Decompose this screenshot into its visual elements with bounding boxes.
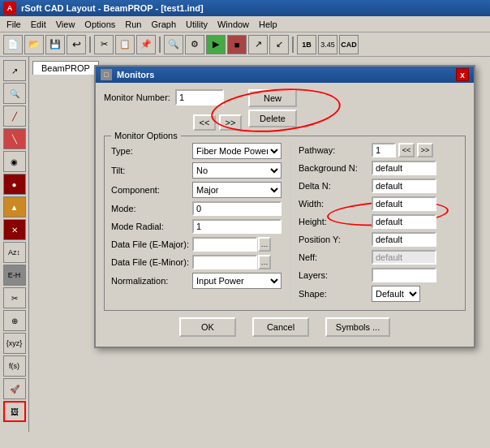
options-grid: Type: Fiber Mode Power Tilt: No <box>111 143 458 305</box>
tab-beamprop[interactable]: BeamPROP <box>32 61 99 75</box>
data-file-emajor-input[interactable] <box>192 237 257 252</box>
run-btn[interactable]: ▶ <box>206 35 226 54</box>
paste-btn[interactable]: 📌 <box>136 35 156 54</box>
height-input[interactable] <box>372 214 436 229</box>
type-select[interactable]: Fiber Mode Power <box>192 143 282 159</box>
copy-btn[interactable]: 📋 <box>115 35 135 54</box>
width-input[interactable] <box>372 196 436 211</box>
left-tool-2[interactable]: 🔍 <box>3 83 26 104</box>
position-y-label: Position Y: <box>299 235 372 244</box>
menu-run[interactable]: Run <box>120 19 146 30</box>
menu-help[interactable]: Help <box>254 19 282 30</box>
data-file-eminor-browse[interactable]: … <box>258 255 271 269</box>
next-monitor-btn[interactable]: >> <box>219 114 242 131</box>
shape-row: Shape: Default <box>299 286 458 302</box>
neff-input[interactable] <box>372 250 436 265</box>
background-n-input[interactable] <box>372 161 436 175</box>
new-btn[interactable]: 📄 <box>3 35 23 54</box>
mode-radial-input[interactable] <box>192 219 282 234</box>
delete-monitor-btn[interactable]: Delete <box>248 110 297 127</box>
normalization-select[interactable]: Input Power <box>192 273 282 289</box>
menu-utility[interactable]: Utility <box>181 19 213 30</box>
menu-window[interactable]: Window <box>213 19 254 30</box>
app-logo: A <box>3 2 16 15</box>
neff-row: Neff: <box>299 250 458 265</box>
monitor-options-group: Monitor Options Type: Fiber Mode Power <box>104 136 466 311</box>
shape-select[interactable]: Default <box>372 286 420 302</box>
data-file-emajor-browse[interactable]: … <box>258 237 271 252</box>
prev-monitor-btn[interactable]: << <box>193 114 216 131</box>
position-y-input[interactable] <box>372 232 436 247</box>
normalization-row: Normalization: Input Power <box>111 273 282 289</box>
toolbar-sep-3 <box>292 37 294 53</box>
type-row: Type: Fiber Mode Power <box>111 143 282 159</box>
data-file-eminor-input[interactable] <box>192 255 257 269</box>
left-tool-4[interactable]: ╲ <box>3 128 26 149</box>
menu-graph[interactable]: Graph <box>146 19 181 30</box>
pathway-next-btn[interactable]: >> <box>417 143 433 157</box>
stop-btn[interactable]: ■ <box>227 35 247 54</box>
left-tool-12[interactable]: ⊕ <box>3 310 26 331</box>
left-tool-5[interactable]: ◉ <box>3 151 26 172</box>
undo-btn[interactable]: ↩ <box>67 35 86 54</box>
settings-btn[interactable]: ⚙ <box>185 35 204 54</box>
cut-btn[interactable]: ✂ <box>94 35 114 54</box>
toolbar-sep-1 <box>89 37 91 53</box>
left-tool-14[interactable]: f(s) <box>3 355 26 377</box>
monitor-number-row: Monitor Number: <box>104 89 242 106</box>
extra-btn[interactable]: 3.45 <box>318 35 337 54</box>
pathway-label: Pathway: <box>299 145 372 155</box>
menu-options[interactable]: Options <box>80 19 120 30</box>
layers-input[interactable] <box>372 268 436 282</box>
cad-btn[interactable]: CAD <box>339 35 359 54</box>
position-y-row: Position Y: <box>299 232 458 247</box>
dialog-titlebar: □ Monitors x <box>96 67 474 83</box>
menu-bar: File Edit View Options Run Graph Utility… <box>0 16 490 32</box>
left-tool-9[interactable]: Az↕ <box>3 242 26 263</box>
pathway-controls: << >> <box>372 143 433 157</box>
cancel-btn[interactable]: Cancel <box>252 317 309 337</box>
left-tool-11[interactable]: ✂ <box>3 287 26 308</box>
mode-radial-row: Mode Radial: <box>111 219 282 234</box>
left-tool-3[interactable]: ╱ <box>3 106 26 127</box>
counter-btn[interactable]: 1B <box>297 35 316 54</box>
pathway-row: Pathway: << >> <box>299 143 458 157</box>
menu-edit[interactable]: Edit <box>26 19 51 30</box>
height-label: Height: <box>299 217 372 226</box>
zoom-btn[interactable]: 🔍 <box>164 35 183 54</box>
mode-label: Mode: <box>111 204 192 213</box>
component-select[interactable]: Major <box>192 182 282 198</box>
layers-row: Layers: <box>299 268 458 282</box>
left-tool-7[interactable]: ▲ <box>3 196 26 218</box>
pathway-input[interactable] <box>372 143 396 157</box>
save-btn[interactable]: 💾 <box>45 35 65 54</box>
left-tool-16[interactable]: 🖼 <box>3 401 26 422</box>
width-label: Width: <box>299 199 372 209</box>
open-btn[interactable]: 📂 <box>24 35 44 54</box>
left-tool-15[interactable]: 🚀 <box>3 378 26 399</box>
dialog-close-button[interactable]: x <box>456 68 469 81</box>
monitors-dialog: □ Monitors x Monitor Number: << <box>94 65 475 348</box>
delta-n-input[interactable] <box>372 179 436 193</box>
ok-btn[interactable]: OK <box>179 317 236 337</box>
width-row: Width: <box>299 196 458 211</box>
left-tool-8[interactable]: ✕ <box>3 219 26 240</box>
left-tool-6[interactable]: ● <box>3 174 26 195</box>
left-tool-13[interactable]: {xyz} <box>3 333 26 354</box>
pathway-prev-btn[interactable]: << <box>398 143 415 157</box>
symbols-btn[interactable]: Symbols ... <box>325 317 390 337</box>
tilt-select[interactable]: No <box>192 162 282 179</box>
left-tool-10[interactable]: E-H <box>3 265 26 286</box>
left-tool-1[interactable]: ↗ <box>3 60 26 81</box>
monitor-number-input[interactable] <box>175 89 224 106</box>
mode-input[interactable] <box>192 201 282 216</box>
data-file-emajor-group: … <box>192 237 271 252</box>
dialog-icon: □ <box>101 69 112 80</box>
toolbar-sep-2 <box>159 37 161 53</box>
menu-file[interactable]: File <box>2 19 26 30</box>
back-btn[interactable]: ↙ <box>269 35 289 54</box>
new-monitor-btn[interactable]: New <box>248 89 297 107</box>
dialog-buttons: OK Cancel Symbols ... <box>104 317 466 340</box>
menu-view[interactable]: View <box>51 19 80 30</box>
step-btn[interactable]: ↗ <box>248 35 268 54</box>
